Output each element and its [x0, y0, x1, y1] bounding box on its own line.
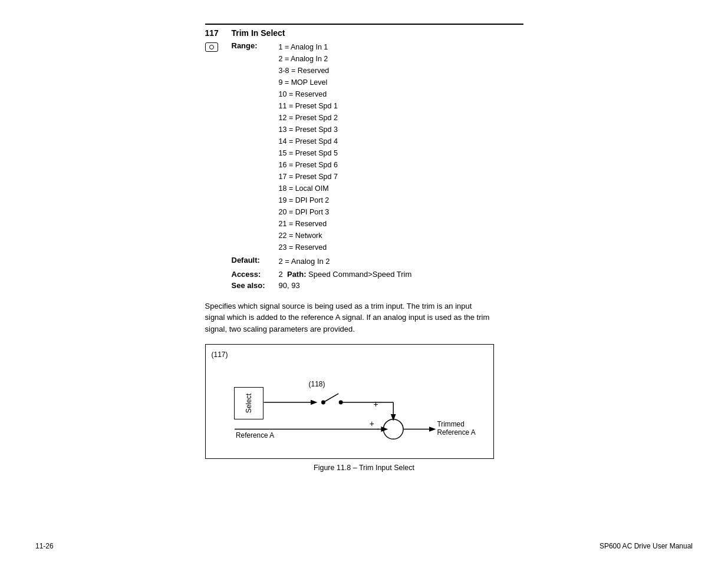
range-item-9: 15 = Preset Spd 5 — [279, 147, 338, 159]
range-item-4: 10 = Reserved — [279, 88, 338, 100]
trimmed-text: Trimmed — [437, 420, 464, 428]
svg-text:+: + — [373, 399, 378, 409]
range-item-6: 12 = Preset Spd 2 — [279, 112, 338, 124]
range-item-13: 19 = DPI Port 2 — [279, 194, 338, 206]
range-item-3: 9 = MOP Level — [279, 77, 338, 88]
figure-caption: Figure 11.8 – Trim Input Select — [205, 464, 523, 472]
range-item-2: 3-8 = Reserved — [279, 65, 338, 77]
range-item-12: 18 = Local OIM — [279, 183, 338, 194]
access-label: Access: — [232, 270, 279, 279]
description: Specifies which signal source is being u… — [205, 300, 494, 335]
svg-point-10 — [383, 419, 403, 439]
svg-line-3 — [323, 394, 338, 402]
diagram-container: (117) (118) Select — [205, 344, 494, 459]
default-value: 2 = Analog In 2 — [279, 256, 330, 267]
range-label: Range: — [232, 41, 279, 50]
param-icon-area — [205, 41, 232, 52]
param-number: 117 — [205, 28, 232, 38]
path-value: Speed Command>Speed Trim — [308, 270, 411, 279]
default-label: Default: — [232, 256, 279, 265]
range-row: Range: 1 = Analog In 1 2 = Analog In 2 3… — [232, 41, 523, 253]
trimmed-text2: Reference A — [437, 428, 475, 437]
range-item-11: 17 = Preset Spd 7 — [279, 171, 338, 183]
see-also-row: See also: 90, 93 — [232, 281, 523, 290]
see-also-label: See also: — [232, 281, 279, 290]
diagram-svg: + + Reference A Trimmed Reference A — [206, 345, 493, 458]
range-table: 1 = Analog In 1 2 = Analog In 2 3-8 = Re… — [279, 41, 338, 253]
range-item-17: 23 = Reserved — [279, 242, 338, 253]
param-content: Range: 1 = Analog In 1 2 = Analog In 2 3… — [232, 41, 523, 295]
range-item-8: 14 = Preset Spd 4 — [279, 135, 338, 147]
ref-a-text: Reference A — [236, 431, 274, 439]
param-title: Trim In Select — [232, 28, 285, 38]
range-item-14: 20 = DPI Port 3 — [279, 206, 338, 218]
icon-inner — [209, 45, 214, 49]
path-label: Path: — [287, 270, 307, 279]
access-row: Access: 2 Path: Speed Command>Speed Trim — [232, 270, 523, 279]
param-block: 117 Trim In Select Range: 1 = Analog In … — [205, 24, 523, 295]
page-footer: 11-26 SP600 AC Drive User Manual — [0, 542, 728, 550]
svg-text:+: + — [369, 419, 374, 428]
see-also-value: 90, 93 — [279, 281, 300, 290]
param-body: Range: 1 = Analog In 1 2 = Analog In 2 3… — [205, 41, 523, 295]
param-icon — [205, 42, 218, 52]
range-item-15: 21 = Reserved — [279, 218, 338, 230]
range-item-7: 13 = Preset Spd 3 — [279, 124, 338, 135]
range-item-1: 2 = Analog In 2 — [279, 53, 338, 65]
footer-page-number: 11-26 — [35, 542, 54, 550]
access-value: 2 — [279, 270, 283, 279]
default-row: Default: 2 = Analog In 2 — [232, 256, 523, 267]
range-item-10: 16 = Preset Spd 6 — [279, 159, 338, 171]
range-item-16: 22 = Network — [279, 230, 338, 242]
param-header: 117 Trim In Select — [205, 28, 523, 38]
range-item-0: 1 = Analog In 1 — [279, 41, 338, 53]
range-item-5: 11 = Preset Spd 1 — [279, 100, 338, 112]
footer-manual-title: SP600 AC Drive User Manual — [599, 542, 693, 550]
